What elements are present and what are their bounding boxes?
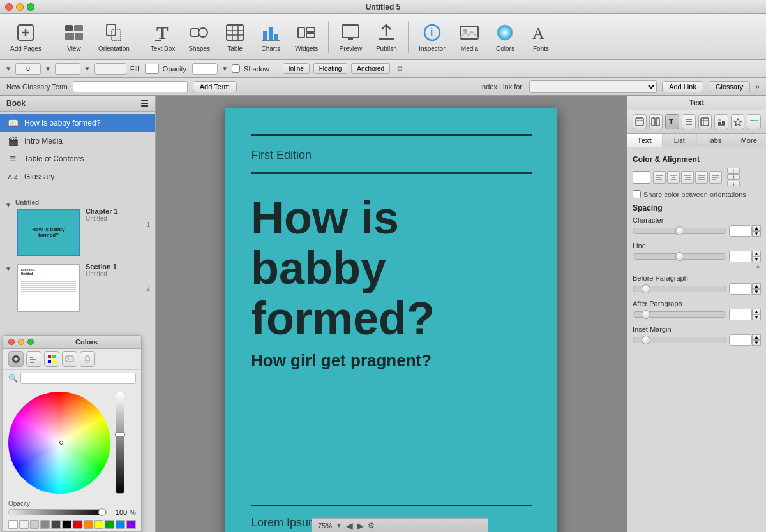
sidebar-menu-icon[interactable]: ☰: [140, 98, 149, 108]
swatch-orange[interactable]: [84, 520, 93, 529]
align-justify-btn[interactable]: [695, 171, 708, 184]
vert-align-bot[interactable]: ↓: [727, 181, 740, 186]
sidebar-item-intro-media[interactable]: 🎬 Intro Media: [0, 132, 155, 150]
section2-collapse[interactable]: ▼: [5, 265, 11, 272]
swatch-darkgray[interactable]: [40, 520, 50, 529]
settings-button[interactable]: ⚙: [368, 521, 375, 530]
before-para-slider[interactable]: [633, 286, 726, 292]
nav-prev-button[interactable]: ◀: [346, 521, 353, 531]
sidebar-item-glossary[interactable]: A-Z Glossary: [0, 168, 155, 186]
fonts-button[interactable]: A Fonts: [524, 18, 557, 55]
inspector-button[interactable]: i Inspector: [414, 18, 450, 55]
swatch-gray[interactable]: [30, 520, 40, 529]
swatch-lightgray[interactable]: [19, 520, 29, 529]
color-tab-image[interactable]: [62, 351, 77, 367]
table-button[interactable]: Table: [218, 18, 252, 55]
insp-icon-7[interactable]: [731, 114, 745, 129]
sidebar-item-toc[interactable]: ≡ Table of Contents: [0, 150, 155, 168]
swatch-yellow[interactable]: [94, 520, 104, 529]
before-para-step-up[interactable]: ▲: [752, 283, 761, 289]
index-link-select[interactable]: [529, 80, 657, 93]
colors-close-btn[interactable]: [8, 339, 15, 345]
swatch-blue[interactable]: [116, 520, 125, 529]
page-thumb-2[interactable]: Section 1Untitled: [15, 263, 82, 313]
close-button[interactable]: [5, 3, 13, 11]
opacity-slider[interactable]: [8, 509, 107, 515]
widgets-button[interactable]: Widgets: [290, 18, 323, 55]
insp-icon-text[interactable]: T: [665, 114, 679, 129]
glossary-chevron[interactable]: »: [755, 82, 760, 91]
after-para-step-up[interactable]: ▲: [752, 309, 761, 314]
format-dropdown-3[interactable]: [94, 63, 126, 75]
swatch-verydark[interactable]: [51, 520, 61, 529]
section1-collapse[interactable]: ▼: [5, 202, 11, 209]
orientation-button[interactable]: Orientation: [93, 18, 135, 55]
glossary-tab-button[interactable]: Glossary: [709, 81, 750, 92]
vert-align-top[interactable]: ↑: [727, 168, 740, 174]
floating-button[interactable]: Floating: [313, 63, 348, 74]
media-button[interactable]: Media: [453, 18, 486, 55]
swatch-red[interactable]: [73, 520, 82, 529]
publish-button[interactable]: Publish: [370, 18, 403, 55]
sidebar-item-babby[interactable]: 📖 How is babby formed?: [0, 114, 155, 132]
inline-button[interactable]: Inline: [283, 63, 310, 74]
brightness-bar[interactable]: [116, 392, 124, 494]
align-right-btn[interactable]: [681, 171, 694, 184]
add-term-button[interactable]: Add Term: [193, 81, 237, 92]
format-dropdown-2[interactable]: [55, 63, 80, 75]
character-step-down[interactable]: ▼: [752, 231, 761, 237]
after-para-step-down[interactable]: ▼: [752, 314, 761, 320]
character-slider[interactable]: [633, 228, 726, 234]
after-para-slider[interactable]: [633, 311, 726, 318]
align-justify2-btn[interactable]: [709, 171, 722, 184]
text-color-swatch[interactable]: [633, 171, 650, 184]
line-slider[interactable]: [633, 253, 726, 260]
tab-more[interactable]: More: [732, 134, 767, 147]
colors-search-input[interactable]: [20, 373, 136, 384]
view-button[interactable]: View: [57, 18, 91, 55]
colors-button[interactable]: Colors: [488, 18, 522, 55]
maximize-button[interactable]: [27, 3, 34, 11]
share-color-checkbox[interactable]: [633, 190, 641, 198]
insp-icon-4[interactable]: [682, 114, 696, 129]
align-left-btn[interactable]: [653, 171, 666, 184]
tab-tabs[interactable]: Tabs: [697, 134, 732, 147]
zoom-stepper[interactable]: ▼: [336, 522, 342, 529]
shadow-checkbox[interactable]: [232, 64, 240, 73]
vert-align-mid[interactable]: ↕: [727, 174, 740, 180]
preview-button[interactable]: Preview: [334, 18, 367, 55]
tab-text[interactable]: Text: [627, 134, 663, 147]
color-wheel[interactable]: [8, 392, 110, 494]
format-stepper[interactable]: 0: [15, 63, 41, 75]
character-step-up[interactable]: ▲: [752, 225, 761, 231]
text-box-button[interactable]: T Text Box: [146, 18, 180, 55]
shapes-button[interactable]: Shapes: [183, 18, 216, 55]
glossary-term-input[interactable]: [73, 81, 188, 92]
swatch-black[interactable]: [62, 520, 71, 529]
fill-color-swatch[interactable]: [145, 64, 159, 74]
minimize-button[interactable]: [16, 3, 24, 11]
color-tab-crayon[interactable]: [80, 351, 95, 367]
opacity-input[interactable]: [192, 63, 218, 75]
insp-icon-5[interactable]: [698, 114, 712, 129]
inset-step-down[interactable]: ▼: [752, 340, 761, 346]
nav-next-button[interactable]: ▶: [357, 521, 364, 531]
colors-min-btn[interactable]: [18, 339, 24, 345]
insp-icon-6[interactable]: [714, 114, 728, 129]
charts-button[interactable]: Charts: [254, 18, 287, 55]
swatch-green[interactable]: [105, 520, 114, 529]
insp-icon-1[interactable]: [633, 114, 647, 129]
add-pages-button[interactable]: Add Pages: [5, 18, 47, 55]
page-thumb-1[interactable]: How is babbyformed?: [15, 207, 82, 258]
before-para-step-down[interactable]: ▼: [752, 289, 761, 295]
color-tab-sliders[interactable]: [26, 351, 41, 367]
color-tab-wheel[interactable]: [8, 351, 24, 367]
inset-step-up[interactable]: ▲: [752, 334, 761, 340]
align-center-btn[interactable]: [667, 171, 680, 184]
swatch-white[interactable]: [8, 520, 18, 529]
insp-icon-pencil[interactable]: [747, 114, 761, 129]
tab-list[interactable]: List: [663, 134, 698, 147]
line-step-up[interactable]: ▲: [752, 251, 761, 256]
line-step-down[interactable]: ▼: [752, 256, 761, 262]
colors-max-btn[interactable]: [27, 339, 34, 345]
